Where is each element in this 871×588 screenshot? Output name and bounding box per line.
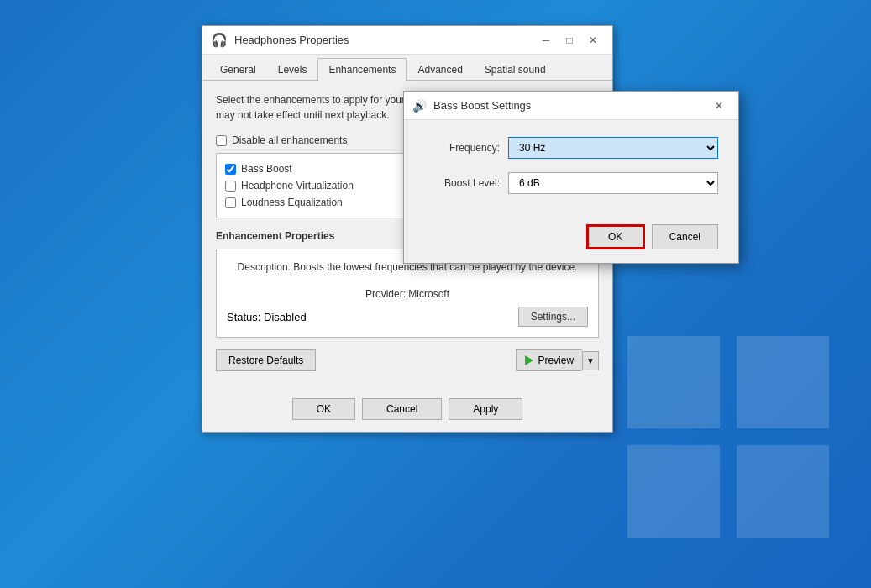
- headphone-virtualization-checkbox[interactable]: [225, 181, 236, 192]
- bass-titlebar-controls: ✕: [708, 97, 730, 115]
- frequency-select[interactable]: 30 Hz 60 Hz 80 Hz 100 Hz 125 Hz 160 Hz 2…: [508, 137, 718, 159]
- prop-status: Status: Disabled: [227, 311, 307, 323]
- titlebar-controls: ─ □ ✕: [535, 31, 604, 50]
- tab-general[interactable]: General: [209, 58, 267, 81]
- preview-button[interactable]: Preview: [516, 349, 582, 371]
- boost-label: Boost Level:: [424, 177, 500, 189]
- maximize-button[interactable]: □: [559, 31, 580, 50]
- bass-dialog-title: Bass Boost Settings: [433, 99, 531, 112]
- play-icon: [525, 355, 533, 365]
- preview-dropdown-button[interactable]: ▼: [582, 351, 599, 370]
- headphone-icon: 🎧: [211, 32, 228, 48]
- main-window-title: Headphones Properties: [234, 34, 349, 46]
- loudness-equalization-label: Loudness Equalization: [241, 197, 343, 208]
- titlebar-left: 🎧 Headphones Properties: [211, 32, 349, 48]
- prop-provider: Provider: Microsoft: [227, 288, 588, 300]
- tab-advanced[interactable]: Advanced: [407, 58, 473, 81]
- main-apply-button[interactable]: Apply: [449, 398, 522, 420]
- bottom-actions-row: Restore Defaults Preview ▼: [216, 349, 599, 371]
- bass-boost-checkbox[interactable]: [225, 164, 236, 175]
- main-ok-button[interactable]: OK: [292, 398, 355, 420]
- main-dialog-buttons: OK Cancel Apply: [202, 391, 612, 432]
- loudness-equalization-checkbox[interactable]: [225, 197, 236, 208]
- bass-close-button[interactable]: ✕: [708, 97, 730, 115]
- bass-dialog-icon: 🔊: [412, 99, 427, 113]
- main-window-titlebar: 🎧 Headphones Properties ─ □ ✕: [202, 26, 612, 55]
- bass-titlebar-left: 🔊 Bass Boost Settings: [412, 99, 531, 113]
- bass-dialog-titlebar: 🔊 Bass Boost Settings ✕: [404, 92, 738, 120]
- preview-group: Preview ▼: [516, 349, 599, 371]
- preview-label: Preview: [538, 354, 574, 366]
- settings-button[interactable]: Settings...: [518, 307, 588, 327]
- disable-all-checkbox[interactable]: [216, 135, 227, 146]
- tabs-bar: General Levels Enhancements Advanced Spa…: [202, 55, 612, 81]
- prop-status-row: Status: Disabled Settings...: [227, 307, 588, 327]
- bass-boost-dialog: 🔊 Bass Boost Settings ✕ Frequency: 30 Hz…: [403, 91, 739, 264]
- headphone-virtualization-label: Headphone Virtualization: [241, 180, 354, 192]
- boost-select[interactable]: 0 dB 2 dB 4 dB 6 dB 8 dB 10 dB 12 dB: [508, 172, 718, 194]
- bass-cancel-button[interactable]: Cancel: [652, 224, 718, 249]
- bass-dialog-buttons: OK Cancel: [404, 221, 738, 263]
- restore-defaults-button[interactable]: Restore Defaults: [216, 349, 316, 371]
- disable-all-label: Disable all enhancements: [232, 134, 347, 146]
- bass-ok-button[interactable]: OK: [586, 224, 645, 249]
- tab-levels[interactable]: Levels: [267, 58, 318, 81]
- close-button[interactable]: ✕: [582, 31, 604, 50]
- tab-enhancements[interactable]: Enhancements: [317, 58, 407, 81]
- frequency-row: Frequency: 30 Hz 60 Hz 80 Hz 100 Hz 125 …: [424, 137, 718, 159]
- bass-boost-label: Bass Boost: [241, 163, 292, 175]
- frequency-label: Frequency:: [424, 142, 500, 154]
- tab-spatial[interactable]: Spatial sound: [474, 58, 557, 81]
- bass-dialog-content: Frequency: 30 Hz 60 Hz 80 Hz 100 Hz 125 …: [404, 120, 738, 221]
- main-cancel-button[interactable]: Cancel: [362, 398, 442, 420]
- minimize-button[interactable]: ─: [535, 31, 557, 50]
- boost-level-row: Boost Level: 0 dB 2 dB 4 dB 6 dB 8 dB 10…: [424, 172, 718, 194]
